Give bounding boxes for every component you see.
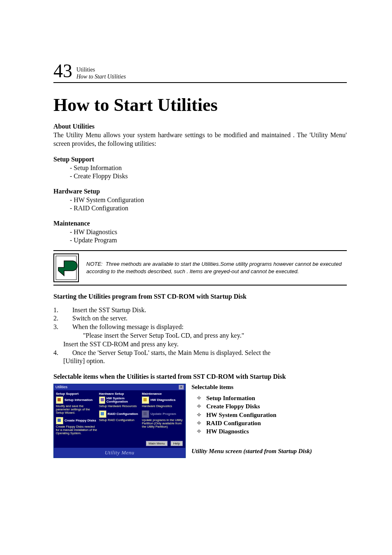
hw-system-config-button[interactable]: HW System Configuration [99,396,141,404]
column-heading: Hardware Setup [99,392,141,396]
raid-config-button[interactable]: RAID Configuration [99,410,141,418]
header-text: Utilities How to Start Utilities [76,67,126,81]
floppy-icon [56,417,63,424]
step-row: 2. Switch on the server. [53,314,347,323]
page-title: How to Start Utilities [53,94,347,115]
bullet-text: HW Diagnostics [206,427,249,435]
bullet-text: RAID Configuration [206,419,261,427]
button-desc: Create Floppy Disks needed for a manual … [56,425,97,435]
column-setup-support: Setup Support Setup Information Modify a… [55,392,98,437]
selectable-heading: Selectable items when the Utilities is s… [53,373,347,380]
column-hardware-setup: Hardware Setup HW System Configuration S… [98,392,141,437]
note-text: NOTE: Three methods are available to sta… [86,260,347,275]
bullet-icon: ✧ [196,402,206,410]
button-label: HW System Configuration [106,397,140,404]
selectable-side: Selectable items ✧ Setup Information ✧ C… [186,384,312,455]
setup-info-icon [56,396,63,404]
step-tail-text: Insert the SST CD-ROM and press any key. [63,340,178,349]
hw-config-icon [99,396,105,404]
step-num: 4. [53,349,63,357]
note-body: Three methods are available to start the… [86,261,341,274]
help-button[interactable]: Help [171,441,183,446]
step-row: 3. When the following message is display… [53,323,347,332]
hw-diagnostics-button[interactable]: HW Diagnostics [142,396,183,404]
bullet-icon: ✧ [196,419,206,427]
step-text: Once the 'Server Setup TooL' starts, the… [63,349,270,357]
group-item: - Setup Information [70,164,347,172]
bullet-row: ✧ Create Floppy Disks [191,402,312,410]
step-tail: Insert the SST CD-ROM and press any key. [53,340,347,349]
step-row: 1. Insert the SST Startup Disk. [53,306,347,315]
create-floppy-button[interactable]: Create Floppy Disks [56,417,97,424]
bullet-icon: ✧ [196,394,206,402]
button-desc: Setup RAID Configuration [99,419,141,422]
screenshot-caption: Utility Menu screen (started from Startu… [191,448,312,455]
step-text: Switch on the server. [63,314,127,323]
header-chapter: Utilities [76,67,126,74]
screenshot-row: Utilities × Setup Support Setup Informat… [53,384,347,458]
button-label: Create Floppy Disks [65,419,96,422]
step-num: 1. [53,306,63,315]
window-title: Utilities [55,385,67,389]
bullet-text: Create Floppy Disks [206,402,260,410]
setup-information-button[interactable]: Setup Information [56,396,97,404]
window-buttons: Main Menu Help [54,437,185,448]
window-footer: Utility Menu [54,448,185,458]
about-text: The Utility Menu allows your system hard… [53,131,347,148]
bullet-icon: ✧ [196,411,206,419]
step-text: Insert the SST Startup Disk. [63,306,146,315]
note-label: NOTE: [86,261,103,267]
group-item: - HW System Configuration [70,196,347,204]
button-desc: Update programs in the Utility Partition… [142,419,183,428]
note-icon [53,253,79,282]
step-num: 2. [53,314,63,323]
group-item: - Update Program [70,236,347,244]
group-heading: Setup Support [53,156,347,163]
bullet-text: HW System Configuration [206,411,277,419]
window-body: Setup Support Setup Information Modify a… [54,390,185,437]
button-label: Update Program [150,412,176,416]
button-label: RAID Configuration [108,412,138,416]
column-maintenance: Maintenance HW Diagnostics Hardware Diag… [141,392,184,437]
step-text: When the following message is displayed: [63,323,184,332]
starting-heading: Starting the Utilities program from SST … [53,293,347,300]
steps-list: 1. Insert the SST Startup Disk. 2. Switc… [53,306,347,366]
diagnostics-icon [142,396,149,404]
bullet-icon: ✧ [196,427,206,435]
step-quote: "Please insert the Server Setup TooL CD,… [53,332,347,340]
about-heading: About Utilities [53,123,347,130]
column-heading: Setup Support [56,392,97,396]
close-icon[interactable]: × [179,385,184,389]
bullet-row: ✧ HW Diagnostics [191,427,312,435]
bullet-row: ✧ RAID Configuration [191,419,312,427]
button-desc: Hardware Diagnostics [142,405,183,408]
page-number: 43 [53,62,72,81]
group-heading: Hardware Setup [53,188,347,195]
note-block: NOTE: Three methods are available to sta… [53,250,347,286]
group-item: - RAID Configuration [70,204,347,212]
header-section: How to Start Utilities [76,74,126,81]
button-label: HW Diagnostics [150,398,175,402]
update-program-button: Update Program [142,410,183,418]
column-heading: Maintenance [142,392,183,396]
step-tail-text: [Utility] option. [63,357,105,366]
group-heading: Maintenance [53,220,347,227]
step-row: 4. Once the 'Server Setup TooL' starts, … [53,349,347,357]
bullet-row: ✧ Setup Information [191,394,312,402]
main-menu-button[interactable]: Main Menu [146,441,168,446]
bullet-text: Setup Information [206,394,255,402]
side-heading: Selectable items [191,384,312,391]
button-label: Setup Information [65,398,92,402]
update-icon [142,410,149,418]
raid-icon [99,410,106,418]
bullet-row: ✧ HW System Configuration [191,411,312,419]
group-item: - HW Diagnostics [70,228,347,236]
running-header: 43 Utilities How to Start Utilities [53,62,347,83]
button-desc: Modify and save the parameter settings o… [56,405,97,415]
step-tail: [Utility] option. [53,357,347,366]
window-titlebar: Utilities × [54,384,185,390]
group-item: - Create Floppy Disks [70,172,347,180]
step-quote-text: "Please insert the Server Setup TooL CD,… [63,332,244,340]
page: 43 Utilities How to Start Utilities How … [0,0,392,491]
utility-menu-screenshot: Utilities × Setup Support Setup Informat… [53,384,186,458]
